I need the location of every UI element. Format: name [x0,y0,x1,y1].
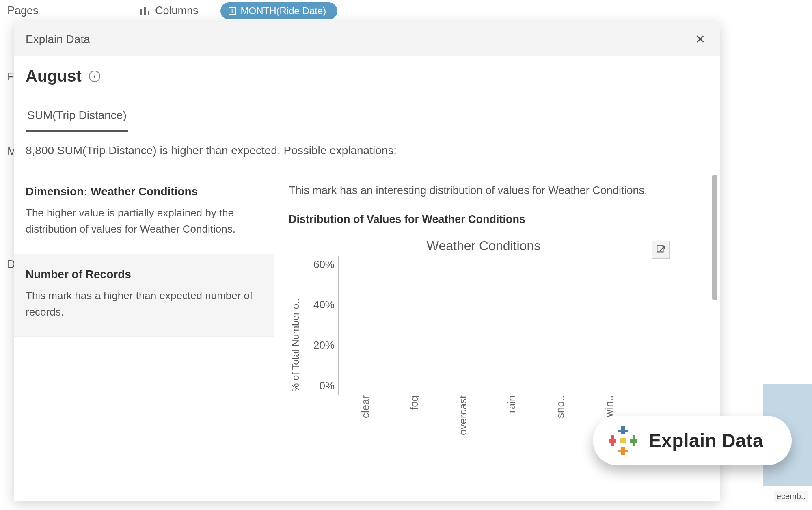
measure-tab[interactable]: SUM(Trip Distance) [26,102,128,132]
detail-chart-title: Distribution of Values for Weather Condi… [289,213,710,226]
x-tick-label: rain [505,395,517,413]
expand-icon: + [229,7,236,15]
y-tick: 60% [313,258,335,270]
summary-text: 8,800 SUM(Trip Distance) is higher than … [26,132,708,171]
detail-label-truncated: D [0,258,15,271]
pages-columns-row: Pages Columns + MONTH(Ride Date) [0,0,812,22]
explanation-desc: This mark has a higher than expected num… [26,287,262,320]
explanation-card-records[interactable]: Number of Records This mark has a higher… [14,254,274,337]
x-tick-label: fog [408,395,419,410]
columns-shelf-label: Columns [155,4,199,17]
columns-icon [140,7,149,15]
y-tick: 0% [319,379,335,392]
dialog-title: Explain Data [26,33,90,46]
explain-data-badge: Explain Data [593,416,792,465]
explanation-card-weather[interactable]: Dimension: Weather Conditions The higher… [14,171,274,254]
y-tick: 40% [313,298,335,311]
background-december-label: ecemb.. [774,491,808,502]
y-axis-label: % of Total Number o.. [289,256,305,434]
x-tick-label: sno.. [554,395,566,418]
x-tick-label: overcast [457,395,468,435]
explanation-title: Dimension: Weather Conditions [26,185,262,198]
x-tick-label: win.. [603,395,614,417]
info-icon[interactable]: i [89,71,100,82]
month-ride-date-pill[interactable]: + MONTH(Ride Date) [220,2,338,19]
detail-intro-text: This mark has an interesting distributio… [289,184,710,197]
selected-mark-title: August [26,67,82,85]
y-tick: 20% [313,339,335,352]
y-axis-ticks: 60% 40% 20% 0% [305,256,338,395]
chart-inner-title: Weather Conditions [289,238,678,253]
close-icon[interactable]: ✕ [692,30,708,48]
explanations-list: Dimension: Weather Conditions The higher… [14,171,274,501]
chart-plot-area: clearfogovercastrainsno..win.. [338,256,670,395]
x-tick-label: clear [359,395,371,418]
pages-shelf-label: Pages [0,0,134,22]
badge-text: Explain Data [649,430,763,452]
dialog-summary-section: August i SUM(Trip Distance) 8,800 SUM(Tr… [14,56,720,171]
dialog-header: Explain Data ✕ [14,22,720,56]
scrollbar-thumb[interactable] [712,175,717,300]
tableau-logo-icon [609,426,637,455]
explanation-desc: The higher value is partially explained … [26,205,262,238]
explanation-title: Number of Records [26,268,262,281]
pill-text: MONTH(Ride Date) [241,5,326,17]
